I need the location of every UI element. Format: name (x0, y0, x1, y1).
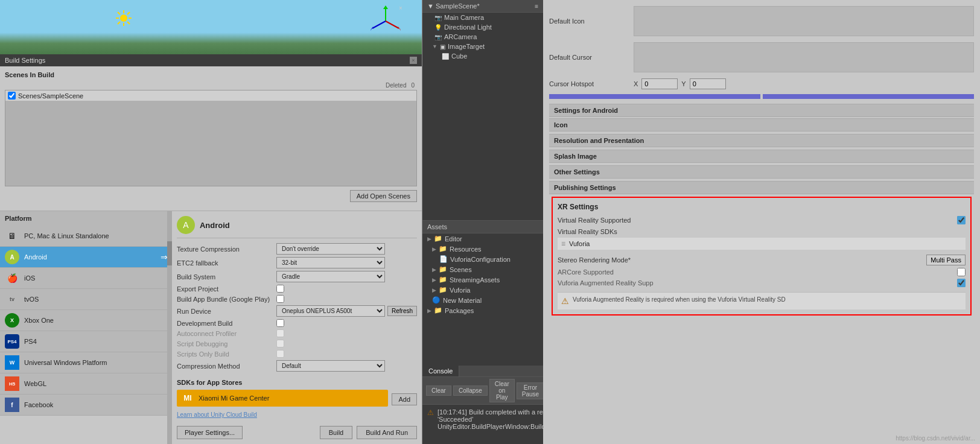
scene-viewport: × (0, 0, 422, 54)
close-button[interactable]: × (410, 57, 417, 64)
cloud-build-link[interactable]: Learn about Unity Cloud Build (177, 411, 417, 418)
texture-compression-select[interactable]: Don't override (276, 243, 385, 255)
hierarchy-item-cube[interactable]: ⬜ Cube (422, 51, 543, 61)
streaming-arrow: ▶ (432, 277, 436, 283)
build-system-select[interactable]: Gradle (276, 271, 385, 282)
add-open-scenes-button[interactable]: Add Open Scenes (350, 190, 417, 202)
platform-item-pc[interactable]: 🖥 PC, Mac & Linux Standalone (0, 226, 171, 247)
scene-name: Scenes/SampleScene (18, 92, 83, 100)
sdk-add-button[interactable]: Add (392, 393, 417, 405)
vuforia-ar-checkbox[interactable] (957, 279, 966, 287)
platform-item-uwp[interactable]: W Universal Windows Platform (0, 352, 171, 373)
clear-on-play-button[interactable]: Clear on Play (489, 379, 515, 402)
publishing-section-header[interactable]: Publishing Settings (549, 181, 974, 194)
autoconnect-profiler-label: Autoconnect Profiler (177, 330, 276, 337)
etc2-fallback-select[interactable]: 32-bit (276, 257, 385, 268)
hierarchy-item-main-camera[interactable]: 📷 Main Camera (422, 13, 543, 22)
asset-item-scenes[interactable]: ▶ 📁 Scenes (422, 264, 543, 274)
development-build-checkbox[interactable] (276, 319, 284, 327)
clear-button[interactable]: Clear (426, 385, 451, 396)
vr-supported-row: Virtual Reality Supported (558, 216, 966, 224)
assets-tab[interactable]: Assets (422, 221, 543, 233)
asset-item-new-material[interactable]: 🔵 New Material (422, 295, 543, 305)
asset-item-streaming-assets[interactable]: ▶ 📁 StreamingAssets (422, 274, 543, 285)
sdks-section: SDKs for App Stores MI Xiaomi Mi Game Ce… (177, 379, 417, 418)
arcore-label: ARCore Supported (558, 268, 957, 276)
autoconnect-checkbox[interactable] (276, 329, 284, 337)
console-tabs: Console (422, 366, 543, 377)
other-section-header[interactable]: Other Settings (549, 165, 974, 179)
imagetarget-label: ImageTarget (448, 43, 485, 50)
svg-line-5 (118, 12, 120, 14)
resolution-section-header[interactable]: Resolution and Presentation (549, 134, 974, 147)
script-debugging-value (276, 340, 417, 347)
collapse-button[interactable]: Collapse (453, 385, 488, 396)
hierarchy-panel: ▼ SampleScene* ≡ 📷 Main Camera 💡 Directi… (422, 0, 543, 221)
build-app-bundle-checkbox[interactable] (276, 295, 284, 303)
vuforia-arrow: ▶ (432, 287, 436, 293)
export-project-checkbox[interactable] (276, 285, 284, 293)
vr-supported-checkbox[interactable] (957, 216, 966, 224)
scripts-only-checkbox[interactable] (276, 350, 284, 358)
script-debugging-label: Script Debugging (177, 340, 276, 347)
platform-item-xbox[interactable]: X Xbox One (0, 310, 171, 331)
hierarchy-item-arcamera[interactable]: 📷 ARCamera (422, 32, 543, 42)
run-device-select[interactable]: Oneplus ONEPLUS A500t (276, 305, 385, 317)
asset-item-vuforia-config[interactable]: 📄 VuforiaConfiguration (422, 254, 543, 264)
svg-line-11 (386, 21, 399, 28)
platform-item-android[interactable]: A Android ⇒ (0, 247, 171, 268)
icon-section-header[interactable]: Icon (549, 118, 974, 132)
sdk-item: MI Xiaomi Mi Game Center (177, 390, 388, 407)
platform-item-ios[interactable]: 🍎 iOS (0, 268, 171, 289)
sdk-name: Xiaomi Mi Game Center (199, 395, 383, 402)
compression-method-row: Compression Method Default (177, 360, 417, 372)
stereo-rendering-value: Multi Pass (926, 255, 966, 265)
y-input[interactable] (690, 78, 726, 89)
scenes-label: Scenes (450, 266, 472, 273)
platform-item-tvos[interactable]: tv tvOS (0, 289, 171, 310)
hotspot-bar-left (549, 94, 760, 99)
error-pause-button[interactable]: Error Pause (517, 382, 544, 399)
middle-panel: ▼ SampleScene* ≡ 📷 Main Camera 💡 Directi… (422, 0, 543, 444)
refresh-button[interactable]: Refresh (387, 306, 417, 316)
script-debugging-checkbox[interactable] (276, 340, 284, 347)
x-input[interactable] (641, 78, 678, 89)
platform-item-ps4[interactable]: PS4 PS4 (0, 331, 171, 352)
arcore-checkbox[interactable] (957, 268, 966, 276)
resources-label: Resources (450, 246, 482, 253)
build-options-panel: A Android Texture Compression Don't over… (172, 211, 422, 444)
warning-row: ⚠ Vuforia Augmented Reality is required … (558, 292, 966, 309)
platform-header: Platform (0, 211, 171, 226)
hierarchy-tab[interactable]: ▼ SampleScene* ≡ (422, 0, 543, 13)
asset-item-resources[interactable]: ▶ 📁 Resources (422, 244, 543, 254)
hierarchy-item-imagetarget[interactable]: ▼ ▣ ImageTarget (422, 42, 543, 51)
cursor-hotspot-row: Cursor Hotspot X Y (549, 78, 974, 89)
compression-method-select[interactable]: Default (276, 360, 385, 372)
asset-item-vuforia[interactable]: ▶ 📁 Vuforia (422, 285, 543, 295)
scenes-in-build: Scenes In Build Deleted 0 Scenes/SampleS… (0, 66, 422, 211)
hierarchy-item-directional-light[interactable]: 💡 Directional Light (422, 22, 543, 32)
build-and-run-button[interactable]: Build And Run (357, 426, 417, 439)
player-settings-button[interactable]: Player Settings... (177, 426, 243, 439)
default-icon-label: Default Icon (549, 17, 634, 25)
vuforia-handle-icon: ≡ (561, 239, 565, 248)
hierarchy-tab-title: ▼ SampleScene* (427, 2, 480, 10)
scene-item[interactable]: Scenes/SampleScene (5, 90, 416, 101)
platform-scrollbar[interactable] (167, 211, 172, 444)
build-button[interactable]: Build (320, 426, 352, 439)
platform-item-webgl[interactable]: H5 WebGL (0, 373, 171, 395)
console-panel: Console Clear Collapse Clear on Play Err… (422, 366, 543, 444)
splash-section-header[interactable]: Splash Image (549, 150, 974, 163)
export-project-label: Export Project (177, 285, 276, 293)
platform-item-facebook[interactable]: f Facebook (0, 395, 171, 416)
console-tab[interactable]: Console (422, 366, 459, 376)
default-icon-field: Default Icon (549, 6, 974, 36)
streaming-folder-icon: 📁 (439, 276, 447, 284)
x-label: X (634, 80, 638, 87)
message-subtext: UnityEditor.BuildPlayerWindow:BuildPlaye… (438, 423, 543, 430)
build-buttons-row: Player Settings... Build Build And Run (177, 421, 417, 439)
vuforia-config-label: VuforiaConfiguration (450, 256, 511, 263)
asset-item-editor[interactable]: ▶ 📁 Editor (422, 233, 543, 244)
scene-checkbox[interactable] (8, 92, 16, 100)
asset-item-packages[interactable]: ▶ 📁 Packages (422, 305, 543, 316)
